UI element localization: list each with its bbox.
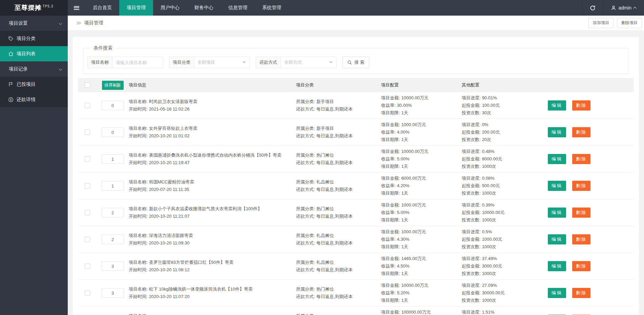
edit-button[interactable]: 编辑	[548, 127, 566, 137]
sort-order-input[interactable]	[102, 208, 124, 217]
app-logo: 至尊摆摊TP5.3	[0, 0, 68, 16]
sidebar-group-project-settings[interactable]: 项目设置	[0, 16, 68, 31]
min-invest-label: 起投金额:	[462, 183, 481, 188]
sidebar-item-project-category[interactable]: 项目分类	[0, 31, 68, 46]
category-label: 所属分类:	[296, 313, 315, 315]
repay-method-value: 全部方式	[284, 59, 302, 65]
term-value: 1天	[401, 164, 408, 169]
edit-button[interactable]: 编辑	[548, 100, 566, 111]
page-title: 项目管理	[84, 20, 103, 26]
sort-order-input[interactable]	[102, 261, 124, 271]
invest-count-value: 1000次	[482, 191, 496, 196]
amount-value: 1000.00万元	[401, 202, 426, 208]
project-name-input[interactable]	[112, 57, 163, 68]
nav-item-finance[interactable]: 财务中心	[187, 0, 221, 16]
sort-order-input[interactable]	[102, 181, 124, 191]
delete-button[interactable]: 删除	[572, 181, 590, 191]
delete-button[interactable]: 删除	[572, 261, 590, 271]
category-label: 所属分类:	[296, 287, 315, 292]
add-project-button[interactable]: 添加项目	[588, 18, 614, 28]
category-value: 热门摊位	[316, 287, 334, 292]
start-time-label: 开始时间:	[129, 160, 148, 165]
sidebar-item-repayment-details[interactable]: $ 还款详情	[0, 92, 68, 107]
edit-button[interactable]: 编辑	[548, 234, 566, 244]
progress-label: 项目进度:	[462, 283, 481, 288]
progress-label: 项目进度:	[462, 149, 481, 154]
project-name-row-label: 项目名称:	[129, 287, 148, 292]
rate-label: 收益率:	[381, 103, 396, 108]
amount-value: 100000.00万元	[401, 310, 431, 315]
start-time-label: 开始时间:	[129, 187, 148, 192]
sort-order-input[interactable]	[102, 101, 124, 110]
row-checkbox[interactable]	[85, 103, 90, 108]
min-invest-label: 起投金额:	[462, 130, 481, 135]
sidebar-item-invested-projects[interactable]: 已投项目	[0, 77, 68, 92]
row-checkbox[interactable]	[85, 290, 90, 296]
search-button[interactable]: 搜 索	[342, 57, 369, 68]
rate-label: 收益率:	[381, 290, 396, 295]
svg-text:$: $	[10, 98, 12, 101]
user-menu[interactable]: admin	[603, 0, 644, 16]
sidebar-group-project-records[interactable]: 项目记录	[0, 61, 68, 77]
row-checkbox[interactable]	[85, 130, 90, 135]
start-time-label: 开始时间:	[129, 267, 148, 272]
sort-order-input[interactable]	[102, 288, 124, 298]
menu-toggle-button[interactable]	[68, 0, 85, 16]
column-header-category: 项目分类	[296, 82, 314, 87]
table-header: 排序刷新 项目信息 项目分类 项目配置 其他配置	[78, 78, 634, 92]
main-menu: 后台首页 项目管理 用户中心 财务中心 信息管理 系统管理	[68, 0, 582, 16]
progress-label: 项目进度:	[462, 176, 481, 181]
row-checkbox[interactable]	[85, 210, 90, 215]
sort-order-input[interactable]	[102, 154, 124, 164]
min-invest-value: 500.00元	[482, 183, 500, 188]
chevron-down-icon	[59, 67, 62, 71]
project-name-label: 项目名称	[87, 57, 112, 68]
sort-refresh-button[interactable]: 排序刷新	[102, 81, 124, 90]
column-header-config: 项目配置	[381, 82, 399, 87]
project-name-row-label: 项目名称:	[129, 179, 148, 184]
app-logo-badge: TP5.3	[43, 4, 54, 8]
min-invest-value: 30000.00元	[482, 290, 505, 295]
row-checkbox[interactable]	[85, 183, 90, 189]
category-value: 热门摊位	[316, 206, 334, 211]
projects-table: 排序刷新 项目信息 项目分类 项目配置 其他配置 项目名称:时尚款卫衣女清新版寄…	[78, 78, 634, 315]
edit-button[interactable]: 编辑	[548, 154, 566, 164]
nav-item-system[interactable]: 系统管理	[255, 0, 289, 16]
term-label: 项目期限:	[381, 110, 400, 115]
repay-label: 还款方式:	[296, 240, 315, 245]
repay-method-select[interactable]: 全部方式	[281, 57, 336, 68]
sidebar-item-label: 项目列表	[17, 51, 36, 57]
delete-button[interactable]: 删除	[572, 234, 590, 244]
edit-button[interactable]: 编辑	[548, 181, 566, 191]
delete-button[interactable]: 删除	[572, 154, 590, 164]
amount-label: 项目金额:	[381, 122, 400, 127]
sort-order-input[interactable]	[102, 235, 124, 244]
nav-item-users[interactable]: 用户中心	[153, 0, 187, 16]
project-category-select[interactable]: 全部项目	[194, 57, 250, 68]
sidebar-item-project-list[interactable]: 项目列表	[0, 46, 68, 61]
edit-button[interactable]: 编辑	[548, 261, 566, 271]
delete-button[interactable]: 删除	[572, 127, 590, 137]
row-checkbox[interactable]	[85, 156, 90, 162]
column-header-other: 其他配置	[462, 82, 479, 87]
delete-button[interactable]: 删除	[572, 100, 590, 111]
main-content: ≫ 项目管理 添加项目 删除项目 条件搜索 项目名称 项目分类 全部项目	[68, 16, 644, 315]
delete-button[interactable]: 删除	[572, 288, 590, 298]
edit-button[interactable]: 编辑	[548, 288, 566, 298]
nav-item-dashboard[interactable]: 后台首页	[85, 0, 119, 16]
refresh-button[interactable]	[582, 0, 603, 16]
repay-value: 每日返息,到期还本	[316, 160, 353, 165]
delete-button[interactable]: 删除	[572, 208, 590, 218]
nav-item-projects[interactable]: 项目管理	[119, 0, 153, 16]
edit-button[interactable]: 编辑	[548, 208, 566, 218]
term-value: 1天	[401, 271, 408, 276]
rate-label: 收益率:	[381, 210, 396, 215]
row-checkbox[interactable]	[85, 263, 90, 269]
nav-item-info[interactable]: 信息管理	[221, 0, 255, 16]
sidebar-item-label: 项目设置	[9, 20, 28, 26]
sort-order-input[interactable]	[102, 127, 124, 137]
delete-project-button[interactable]: 删除项目	[617, 18, 642, 28]
row-checkbox[interactable]	[85, 237, 90, 242]
invest-count-value: 1000次	[482, 271, 496, 276]
select-all-checkbox[interactable]	[85, 82, 90, 88]
